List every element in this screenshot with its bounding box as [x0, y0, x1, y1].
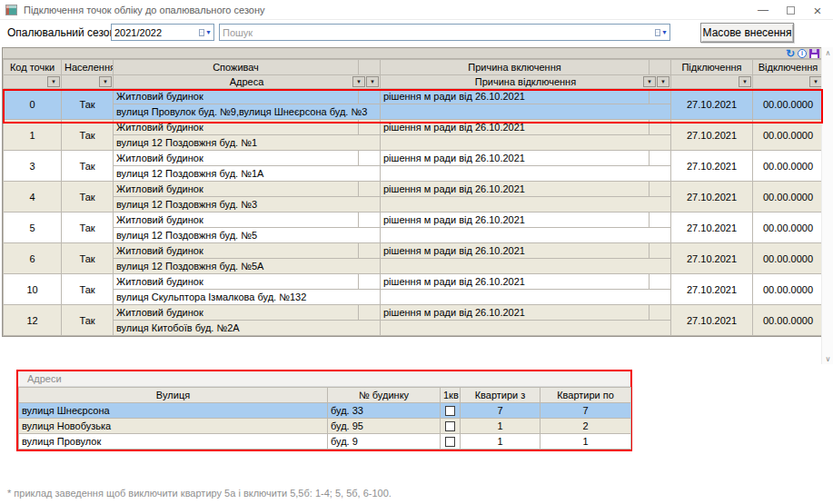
- cell-consumer[interactable]: Житловий будинок: [114, 151, 359, 166]
- column-header-consumer[interactable]: Споживач: [114, 60, 359, 75]
- cell-address[interactable]: вулиця 12 Поздовжня буд. №1А: [114, 166, 381, 182]
- cell-flag[interactable]: [359, 305, 381, 321]
- scroll-down-icon[interactable]: ∨: [822, 353, 833, 364]
- cell-reason-on[interactable]: рішення м ради від 26.10.2021: [381, 274, 650, 290]
- cell-flag[interactable]: [650, 182, 671, 197]
- cell-apt-from[interactable]: 1: [461, 434, 540, 450]
- grid-row[interactable]: 4ТакЖитловий будинокрішення м ради від 2…: [4, 182, 824, 197]
- cell-population[interactable]: Так: [62, 243, 114, 274]
- save-icon[interactable]: [809, 49, 819, 58]
- grid-row[interactable]: 0ТакЖитловий будинокрішення м ради від 2…: [4, 89, 824, 104]
- cell-building[interactable]: буд. 9: [328, 434, 441, 450]
- cell-consumer[interactable]: Житловий будинок: [114, 120, 359, 135]
- 1kv-checkbox[interactable]: [445, 421, 455, 431]
- cell-population[interactable]: Так: [62, 212, 114, 243]
- cell-disconnect-date[interactable]: 00.00.0000: [753, 274, 824, 305]
- cell-population[interactable]: Так: [62, 120, 114, 151]
- cell-flag[interactable]: [650, 243, 671, 259]
- cell-connect-date[interactable]: 27.10.2021: [671, 151, 753, 182]
- cell-population[interactable]: Так: [62, 151, 114, 182]
- cell-population[interactable]: Так: [62, 182, 114, 212]
- filter-dropdown-button[interactable]: ▼: [657, 76, 669, 87]
- search-dropdown-button[interactable]: ▼: [653, 25, 669, 40]
- season-input[interactable]: [112, 25, 197, 39]
- cell-disconnect-date[interactable]: 00.00.0000: [753, 243, 824, 274]
- cell-reason-on[interactable]: рішення м ради від 26.10.2021: [381, 151, 650, 166]
- mass-entry-button[interactable]: Масове внесення: [700, 23, 794, 43]
- cell-apt-from[interactable]: 7: [461, 403, 540, 419]
- season-dropdown-button[interactable]: ▼: [197, 25, 213, 40]
- cell-connect-date[interactable]: 27.10.2021: [671, 89, 753, 120]
- vertical-scrollbar[interactable]: ∧ ∨: [821, 47, 833, 364]
- cell-connect-date[interactable]: 27.10.2021: [671, 182, 753, 212]
- cell-apt-to[interactable]: 7: [540, 403, 631, 419]
- 1kv-checkbox[interactable]: [445, 406, 455, 416]
- cell-address[interactable]: вулиця Китобоїв буд. №2А: [114, 321, 381, 336]
- cell-flag[interactable]: [359, 274, 381, 290]
- cell-flag[interactable]: [359, 243, 381, 259]
- grid-row[interactable]: 5ТакЖитловий будинокрішення м ради від 2…: [4, 212, 824, 228]
- cell-reason-off[interactable]: [381, 259, 671, 274]
- refresh-icon[interactable]: ↻: [786, 49, 795, 58]
- cell-disconnect-date[interactable]: 00.00.0000: [753, 212, 824, 243]
- cell-apt-to[interactable]: 2: [540, 419, 631, 434]
- cell-disconnect-date[interactable]: 00.00.0000: [753, 151, 824, 182]
- cell-address[interactable]: вулиця 12 Поздовжня буд. №3: [114, 197, 381, 212]
- cell-consumer[interactable]: Житловий будинок: [114, 274, 359, 290]
- cell-disconnect-date[interactable]: 00.00.0000: [753, 305, 824, 336]
- cell-address[interactable]: вулиця 12 Поздовжня буд. №1: [114, 135, 381, 151]
- cell-street[interactable]: вулиця Шнеєрсона: [19, 403, 328, 419]
- cell-disconnect-date[interactable]: 00.00.0000: [753, 89, 824, 120]
- cell-population[interactable]: Так: [62, 274, 114, 305]
- address-row[interactable]: вулиця Провулокбуд. 911: [19, 434, 631, 450]
- cell-consumer[interactable]: Житловий будинок: [114, 212, 359, 228]
- cell-flag[interactable]: [359, 89, 381, 104]
- cell-flag[interactable]: [650, 120, 671, 135]
- filter-dropdown-button[interactable]: ▼: [99, 76, 112, 87]
- cell-apt-from[interactable]: 1: [461, 419, 540, 434]
- cell-reason-off[interactable]: [381, 290, 671, 305]
- cell-street[interactable]: вулиця Провулок: [19, 434, 328, 450]
- filter-dropdown-button[interactable]: ▼: [643, 76, 656, 87]
- cell-connect-date[interactable]: 27.10.2021: [671, 274, 753, 305]
- address-row[interactable]: вулиця Новобузькабуд. 9512: [19, 419, 631, 434]
- column-header-reason-on[interactable]: Причина включення: [381, 60, 650, 75]
- cell-reason-on[interactable]: рішення м ради від 26.10.2021: [381, 120, 650, 135]
- cell-consumer[interactable]: Житловий будинок: [114, 182, 359, 197]
- maximize-button[interactable]: [777, 0, 804, 20]
- cell-code[interactable]: 1: [4, 120, 62, 151]
- grid-row[interactable]: 10ТакЖитловий будинокрішення м ради від …: [4, 274, 824, 290]
- filter-dropdown-button[interactable]: ▼: [739, 76, 751, 87]
- cell-code[interactable]: 6: [4, 243, 62, 274]
- cell-reason-on[interactable]: рішення м ради від 26.10.2021: [381, 89, 650, 104]
- cell-consumer[interactable]: Житловий будинок: [114, 305, 359, 321]
- cell-reason-off[interactable]: [381, 135, 671, 151]
- search-input[interactable]: [220, 25, 653, 39]
- column-header-disconnect[interactable]: Відключення: [753, 60, 824, 75]
- cell-connect-date[interactable]: 27.10.2021: [671, 243, 753, 274]
- cell-connect-date[interactable]: 27.10.2021: [671, 120, 753, 151]
- cell-reason-off[interactable]: [381, 166, 671, 182]
- cell-code[interactable]: 4: [4, 182, 62, 212]
- column-header-population[interactable]: Населення: [62, 60, 114, 75]
- cell-population[interactable]: Так: [62, 305, 114, 336]
- grid-row[interactable]: 6ТакЖитловий будинокрішення м ради від 2…: [4, 243, 824, 259]
- filter-dropdown-button[interactable]: ▼: [352, 76, 365, 87]
- cell-reason-on[interactable]: рішення м ради від 26.10.2021: [381, 182, 650, 197]
- cell-address[interactable]: вулиця Провулок буд. №9,вулиця Шнеєрсона…: [114, 104, 381, 120]
- filter-dropdown-button[interactable]: ▼: [366, 76, 379, 87]
- minimize-button[interactable]: —: [749, 0, 777, 20]
- cell-disconnect-date[interactable]: 00.00.0000: [753, 182, 824, 212]
- cell-flag[interactable]: [359, 212, 381, 228]
- cell-code[interactable]: 0: [4, 89, 62, 120]
- address-row[interactable]: вулиця Шнеєрсонабуд. 3377: [19, 403, 631, 419]
- cell-code[interactable]: 10: [4, 274, 62, 305]
- cell-flag[interactable]: [359, 151, 381, 166]
- cell-reason-on[interactable]: рішення м ради від 26.10.2021: [381, 243, 650, 259]
- cell-building[interactable]: буд. 33: [328, 403, 441, 419]
- cell-disconnect-date[interactable]: 00.00.0000: [753, 120, 824, 151]
- cell-reason-off[interactable]: [381, 197, 671, 212]
- grid-row[interactable]: 12ТакЖитловий будинокрішення м ради від …: [4, 305, 824, 321]
- cell-flag[interactable]: [650, 274, 671, 290]
- cell-connect-date[interactable]: 27.10.2021: [671, 212, 753, 243]
